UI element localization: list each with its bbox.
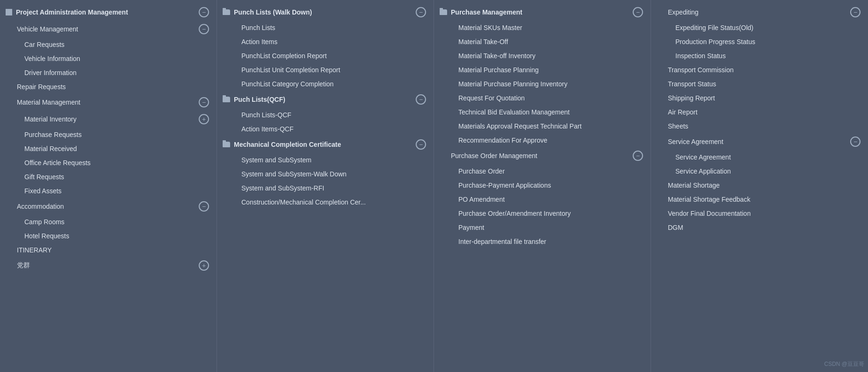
menu-item-purchase-payment[interactable]: Purchase-Payment Applications [434, 178, 651, 192]
menu-item-punchlist-category[interactable]: PunchList Category Completion [217, 77, 434, 91]
menu-item-shipping-report[interactable]: Shipping Report [651, 91, 868, 105]
menu-item-punch-lists-qcf[interactable]: Punch Lists-QCF [217, 108, 434, 122]
label-project-admin: Project Administration Management [16, 8, 199, 16]
menu-item-punchlist-completion[interactable]: PunchList Completion Report [217, 49, 434, 63]
label-material-takeoff: Material Take-Off [458, 38, 643, 46]
menu-item-materials-approval[interactable]: Materials Approval Request Technical Par… [434, 119, 651, 133]
menu-item-punchlist-unit[interactable]: PunchList Unit Completion Report [217, 63, 434, 77]
menu-item-vendor-final[interactable]: Vendor Final Documentation [651, 206, 868, 220]
menu-item-service-agreement-group[interactable]: Service Agreement− [651, 133, 868, 150]
menu-item-action-items[interactable]: Action Items [217, 35, 434, 49]
label-punchlist-completion: PunchList Completion Report [241, 52, 426, 60]
collapse-btn-mechanical-completion[interactable]: − [416, 139, 426, 150]
menu-item-system-subsystem-rfi[interactable]: System and SubSystem-RFI [217, 181, 434, 195]
label-material-shortage: Material Shortage [668, 182, 861, 189]
label-fixed-assets: Fixed Assets [24, 187, 209, 195]
menu-item-purchase-mgmt[interactable]: Purchase Management− [434, 4, 651, 21]
menu-item-payment[interactable]: Payment [434, 220, 651, 235]
menu-item-gift-requests[interactable]: Gift Requests [0, 170, 217, 184]
label-hotel-requests: Hotel Requests [24, 232, 209, 240]
menu-item-material-received[interactable]: Material Received [0, 142, 217, 156]
collapse-btn-puch-lists-qcf[interactable]: − [416, 94, 426, 105]
menu-item-material-shortage[interactable]: Material Shortage [651, 178, 868, 192]
label-recommendation-approve: Recommendation For Approve [458, 137, 643, 144]
menu-item-sheets[interactable]: Sheets [651, 119, 868, 133]
menu-item-action-items-qcf[interactable]: Action Items-QCF [217, 122, 434, 136]
collapse-btn-vehicle-mgmt[interactable]: − [199, 24, 209, 34]
menu-item-service-application[interactable]: Service Application [651, 164, 868, 178]
label-material-shortage-feedback: Material Shortage Feedback [668, 196, 861, 203]
menu-item-purchase-order-mgmt[interactable]: Purchase Order Management− [434, 147, 651, 164]
menu-item-camp-rooms[interactable]: Camp Rooms [0, 215, 217, 229]
collapse-btn-party-group[interactable]: + [199, 260, 209, 271]
collapse-btn-expediting[interactable]: − [850, 7, 861, 17]
menu-item-project-admin[interactable]: Project Administration Management− [0, 4, 217, 21]
menu-item-material-skus[interactable]: Material SKUs Master [434, 21, 651, 35]
menu-item-party-group[interactable]: 党群+ [0, 257, 217, 274]
menu-item-service-agreement[interactable]: Service Agreement [651, 150, 868, 164]
collapse-btn-material-inventory[interactable]: + [199, 114, 209, 124]
menu-item-purchase-order-amendment[interactable]: Purchase Order/Amendment Inventory [434, 206, 651, 220]
menu-item-recommendation-approve[interactable]: Recommendation For Approve [434, 133, 651, 147]
menu-item-system-subsystem[interactable]: System and SubSystem [217, 153, 434, 167]
label-vehicle-mgmt: Vehicle Management [17, 25, 199, 33]
collapse-btn-material-mgmt[interactable]: − [199, 97, 209, 107]
label-purchase-order: Purchase Order [458, 167, 643, 175]
menu-item-material-takeoff[interactable]: Material Take-Off [434, 35, 651, 49]
menu-item-driver-info[interactable]: Driver Information [0, 66, 217, 80]
folder-icon [223, 97, 230, 102]
menu-item-itinerary[interactable]: ITINERARY [0, 243, 217, 257]
label-service-agreement-group: Service Agreement [668, 138, 850, 145]
folder-icon [223, 9, 230, 15]
menu-item-material-inventory[interactable]: Material Inventory+ [0, 111, 217, 128]
menu-item-puch-lists-qcf[interactable]: Puch Lists(QCF)− [217, 91, 434, 108]
label-purchase-payment: Purchase-Payment Applications [458, 182, 643, 189]
menu-item-air-report[interactable]: Air Report [651, 105, 868, 119]
menu-item-purchase-requests[interactable]: Purchase Requests [0, 128, 217, 142]
menu-item-material-purchase-inventory[interactable]: Material Purchase Planning Inventory [434, 77, 651, 91]
label-service-application: Service Application [675, 167, 861, 175]
menu-item-transport-commission[interactable]: Transport Commission [651, 63, 868, 77]
menu-item-construction-mechanical[interactable]: Construction/Mechanical Completion Cer..… [217, 195, 434, 209]
menu-item-mechanical-completion[interactable]: Mechanical Completion Certificate− [217, 136, 434, 153]
menu-item-request-quotation[interactable]: Request For Quotation [434, 91, 651, 105]
menu-item-material-shortage-feedback[interactable]: Material Shortage Feedback [651, 192, 868, 206]
menu-item-fixed-assets[interactable]: Fixed Assets [0, 184, 217, 198]
menu-item-dgm[interactable]: DGM [651, 220, 868, 235]
label-material-purchase-planning: Material Purchase Planning [458, 66, 643, 74]
collapse-btn-service-agreement-group[interactable]: − [850, 137, 861, 147]
label-expediting-file-status: Expediting File Status(Old) [675, 24, 861, 31]
column-4: Expediting−Expediting File Status(Old)Pr… [651, 0, 868, 372]
menu-item-accommodation[interactable]: Accommodation− [0, 198, 217, 215]
column-2: Punch Lists (Walk Down)−Punch ListsActio… [217, 0, 434, 372]
label-driver-info: Driver Information [24, 69, 209, 76]
menu-item-material-mgmt[interactable]: Material Management− [0, 94, 217, 111]
collapse-btn-purchase-mgmt[interactable]: − [633, 7, 643, 17]
menu-item-production-progress[interactable]: Production Progress Status [651, 35, 868, 49]
menu-item-inter-departmental[interactable]: Inter-departmental file transfer [434, 235, 651, 249]
menu-item-technical-bid[interactable]: Technical Bid Evaluation Management [434, 105, 651, 119]
menu-item-material-purchase-planning[interactable]: Material Purchase Planning [434, 63, 651, 77]
menu-item-vehicle-mgmt[interactable]: Vehicle Management− [0, 21, 217, 38]
menu-item-expediting-file-status[interactable]: Expediting File Status(Old) [651, 21, 868, 35]
menu-item-transport-status[interactable]: Transport Status [651, 77, 868, 91]
menu-item-inspection-status[interactable]: Inspection Status [651, 49, 868, 63]
menu-item-hotel-requests[interactable]: Hotel Requests [0, 229, 217, 243]
collapse-btn-project-admin[interactable]: − [199, 7, 209, 17]
menu-item-punch-lists[interactable]: Punch Lists [217, 21, 434, 35]
menu-item-po-amendment[interactable]: PO Amendment [434, 192, 651, 206]
label-car-requests: Car Requests [24, 41, 209, 48]
label-purchase-order-mgmt: Purchase Order Management [451, 152, 633, 159]
menu-item-vehicle-info[interactable]: Vehicle Information [0, 52, 217, 66]
menu-item-purchase-order[interactable]: Purchase Order [434, 164, 651, 178]
menu-item-system-subsystem-walkdown[interactable]: System and SubSystem-Walk Down [217, 167, 434, 181]
collapse-btn-purchase-order-mgmt[interactable]: − [633, 151, 643, 161]
menu-item-office-article[interactable]: Office Article Requests [0, 156, 217, 170]
menu-item-car-requests[interactable]: Car Requests [0, 38, 217, 52]
menu-item-material-takeoff-inventory[interactable]: Material Take-off Inventory [434, 49, 651, 63]
collapse-btn-punch-lists-walkdown[interactable]: − [416, 7, 426, 17]
menu-item-repair-requests[interactable]: Repair Requests [0, 80, 217, 94]
menu-item-expediting[interactable]: Expediting− [651, 4, 868, 21]
menu-item-punch-lists-walkdown[interactable]: Punch Lists (Walk Down)− [217, 4, 434, 21]
collapse-btn-accommodation[interactable]: − [199, 201, 209, 212]
